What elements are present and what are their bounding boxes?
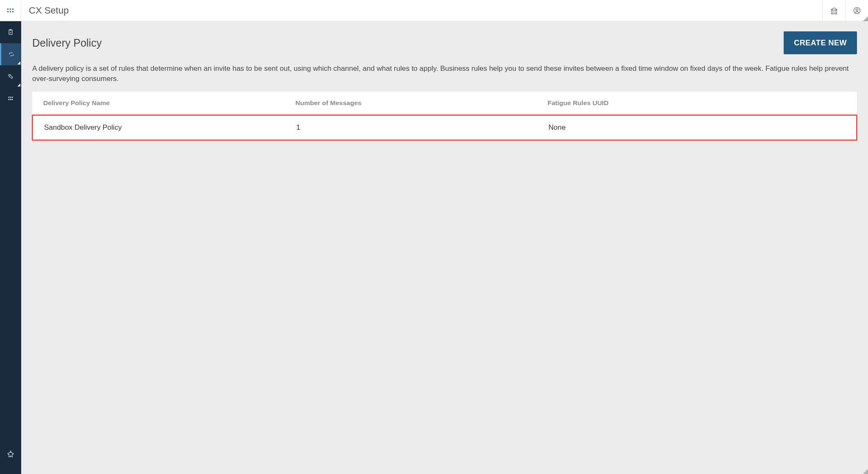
adjust-icon [7, 95, 14, 102]
app-switcher-button[interactable] [0, 0, 21, 21]
svg-point-11 [12, 99, 13, 100]
sidebar-item-settings[interactable] [0, 65, 21, 87]
svg-point-5 [11, 77, 13, 78]
sidebar [0, 21, 21, 474]
column-header-uuid: Fatigue Rules UUID [548, 99, 846, 107]
logo-icon [6, 450, 15, 459]
clipboard-check-icon [7, 29, 14, 36]
sidebar-item-more[interactable] [0, 87, 21, 109]
resize-corner-icon [863, 469, 868, 474]
sidebar-item-logo[interactable] [0, 443, 21, 466]
resize-corner-icon [863, 16, 868, 21]
sidebar-item-clipboard[interactable] [0, 21, 21, 43]
cell-messages: 1 [296, 123, 548, 132]
svg-point-7 [10, 97, 11, 98]
top-header: CX Setup [0, 0, 868, 21]
svg-point-8 [12, 97, 13, 98]
expand-indicator-icon [17, 61, 20, 64]
page-title: Delivery Policy [32, 37, 102, 49]
sidebar-bottom [0, 443, 21, 474]
user-circle-icon [853, 6, 861, 15]
cell-uuid: None [548, 123, 845, 132]
column-header-messages: Number of Messages [295, 99, 548, 107]
institution-icon [830, 6, 838, 15]
page-description: A delivery policy is a set of rules that… [32, 64, 857, 84]
svg-point-1 [856, 9, 858, 11]
page-header: Delivery Policy CREATE NEW [32, 31, 857, 54]
svg-point-6 [8, 97, 9, 98]
share-icon [8, 51, 15, 58]
header-right [822, 0, 868, 21]
institution-button[interactable] [822, 0, 845, 21]
expand-indicator-icon [17, 84, 20, 86]
cell-policy-name: Sandbox Delivery Policy [44, 123, 296, 132]
main-content: Delivery Policy CREATE NEW A delivery po… [21, 21, 868, 474]
svg-point-0 [854, 8, 860, 14]
sidebar-item-delivery[interactable] [0, 43, 21, 65]
create-new-button[interactable]: CREATE NEW [784, 31, 857, 54]
integration-icon [7, 73, 14, 80]
svg-point-4 [8, 74, 10, 76]
svg-point-10 [10, 99, 11, 100]
app-grid-icon [7, 8, 14, 13]
table-row[interactable]: Sandbox Delivery Policy 1 None [32, 114, 857, 141]
delivery-policy-table: Delivery Policy Name Number of Messages … [32, 92, 857, 141]
svg-point-9 [8, 99, 9, 100]
app-title: CX Setup [21, 5, 69, 16]
table-header-row: Delivery Policy Name Number of Messages … [32, 92, 857, 115]
column-header-name: Delivery Policy Name [43, 99, 295, 107]
